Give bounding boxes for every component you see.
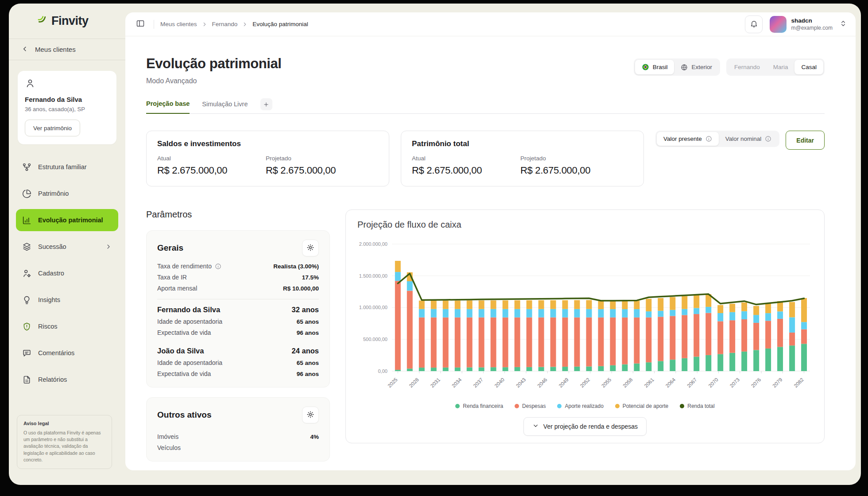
bar-segment — [753, 306, 759, 315]
bar-segment — [491, 318, 496, 368]
tab-projeção-base[interactable]: Projeção base — [146, 100, 190, 114]
bar-segment — [431, 301, 437, 309]
sidebar-item-label: Riscos — [38, 323, 58, 330]
bar-segment — [765, 349, 771, 371]
bar-segment — [419, 368, 425, 371]
bar-segment — [395, 272, 401, 281]
toggle-income-expense-projection-button[interactable]: Ver projeção de renda e despesas — [523, 417, 647, 436]
sidebar-item-insights[interactable]: Insights — [16, 289, 118, 311]
chevrons-up-down-icon — [840, 20, 847, 29]
param-label: Taxa de IR — [157, 274, 187, 281]
param-label: Veículos — [157, 444, 181, 451]
svg-text:2061: 2061 — [643, 377, 655, 389]
bar-segment — [598, 318, 604, 366]
bar-segment — [694, 308, 699, 314]
legend-label: Renda total — [687, 403, 714, 409]
legend-label: Despesas — [522, 403, 546, 409]
notifications-button[interactable] — [745, 16, 763, 33]
value-mode-toggle: Valor presenteValor nominal — [655, 131, 779, 147]
summary-card-saldos: Saldos e investimentos Atual R$ 2.675.00… — [146, 131, 389, 186]
outros-title: Outros ativos — [157, 410, 211, 420]
bell-icon — [750, 19, 758, 29]
param-label: Idade de aposentadoria — [157, 359, 222, 366]
svg-text:2058: 2058 — [622, 377, 634, 389]
value-toggle-option-valor-nominal[interactable]: Valor nominal — [719, 132, 779, 146]
client-meta: 36 anos, casado(a), SP — [25, 106, 109, 112]
person-name: Fernando da Silva — [157, 306, 220, 314]
bar-segment — [765, 303, 771, 313]
person-toggle-option-fernando[interactable]: Fernando — [728, 60, 767, 74]
breadcrumb-item[interactable]: Fernando — [212, 21, 238, 27]
page-title: Evolução patrimonial — [146, 56, 282, 72]
bar-segment — [717, 321, 723, 354]
legend-item-renda-financeira: Renda financeira — [455, 403, 503, 409]
value-toggle-option-valor-presente[interactable]: Valor presente — [657, 132, 719, 146]
param-value: 17.5% — [302, 274, 319, 281]
bar-segment — [539, 318, 544, 367]
pie-chart-icon — [22, 189, 31, 198]
back-to-clients[interactable]: Meus clientes — [9, 39, 125, 60]
breadcrumb-item: Evolução patrimonial — [252, 21, 308, 27]
sidebar-item-sucessao[interactable]: Sucessão — [16, 236, 118, 258]
breadcrumb-item[interactable]: Meus clientes — [160, 21, 197, 27]
param-label: Imóveis — [157, 433, 178, 440]
legal-disclaimer: Aviso legal O uso da plataforma Finvity … — [17, 415, 112, 469]
outros-settings-button[interactable] — [302, 407, 319, 423]
legend-dot — [615, 404, 620, 408]
bar-segment — [431, 309, 437, 318]
param-row: Aporta mensalR$ 10.000,00 — [157, 285, 319, 292]
add-tab-button[interactable] — [260, 98, 272, 110]
svg-text:2079: 2079 — [771, 377, 783, 389]
bar-segment — [646, 362, 651, 371]
bar-segment — [574, 309, 580, 318]
view-wealth-button[interactable]: Ver patrimônio — [25, 120, 80, 136]
svg-text:2052: 2052 — [579, 377, 591, 389]
tab-simulação-livre[interactable]: Simulação Livre — [202, 101, 248, 113]
bar-segment — [407, 368, 413, 371]
cashflow-chart-card: Projeção de fluxo de caixa 2.000.000,001… — [345, 209, 825, 443]
person-toggle-option-casal[interactable]: Casal — [794, 60, 823, 74]
bar-segment — [717, 305, 723, 313]
bar-segment — [539, 367, 544, 371]
sidebar-item-patrimonio[interactable]: Patrimônio — [16, 182, 118, 205]
bar-segment — [705, 355, 711, 371]
panel-left-icon — [136, 19, 145, 29]
sidebar-menu: Estrutura familiarPatrimônioEvolução pat… — [9, 156, 125, 391]
person-toggle-option-maria[interactable]: Maria — [767, 60, 795, 74]
user-gear-icon — [22, 269, 31, 278]
sidebar-item-relatorios[interactable]: Relatórios — [16, 368, 118, 391]
client-name: Fernando da Silva — [25, 96, 109, 103]
sidebar-item-comentarios[interactable]: Comentários — [16, 342, 118, 364]
edit-button[interactable]: Editar — [786, 131, 825, 150]
bar-segment — [527, 318, 532, 367]
bar-segment — [789, 302, 795, 317]
sidebar-toggle-button[interactable] — [133, 17, 147, 31]
sidebar-item-cadastro[interactable]: Cadastro — [16, 262, 118, 284]
sidebar-item-estrutura-familiar[interactable]: Estrutura familiar — [16, 156, 118, 178]
sidebar-item-riscos[interactable]: Riscos — [16, 315, 118, 337]
bar-segment — [694, 356, 699, 371]
person-header: João da Silva24 anos — [157, 347, 319, 355]
bar-segment — [622, 309, 628, 318]
bar-segment — [455, 301, 461, 309]
bar-segment — [729, 353, 735, 371]
gerais-settings-button[interactable] — [302, 240, 319, 256]
sidebar-item-evolucao-patrimonial[interactable]: Evolução patrimonial — [16, 209, 118, 231]
bar-segment — [634, 309, 639, 318]
brazil-flag-icon — [642, 63, 649, 71]
bar-segment — [658, 311, 663, 317]
legend-item-aporte-realizado: Aporte realizado — [557, 403, 603, 409]
legend-dot — [557, 404, 562, 408]
region-toggle-option-exterior[interactable]: Exterior — [674, 60, 719, 74]
sidebar-item-label: Insights — [38, 296, 60, 303]
user-menu[interactable]: shadcn m@example.com — [770, 16, 847, 33]
param-value: 96 anos — [297, 329, 319, 336]
region-toggle-option-brasil[interactable]: Brasil — [635, 60, 674, 74]
bar-segment — [717, 313, 723, 321]
bar-segment — [705, 313, 711, 355]
plus-icon — [263, 101, 269, 108]
bar-segment — [598, 366, 604, 371]
divider — [9, 60, 125, 60]
bar-segment — [658, 298, 663, 311]
bar-segment — [694, 314, 699, 356]
